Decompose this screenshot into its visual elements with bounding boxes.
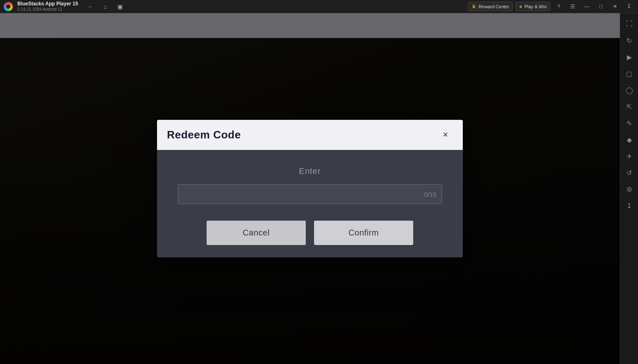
app-logo: [2, 0, 15, 13]
code-input[interactable]: [178, 184, 442, 204]
maximize-button[interactable]: □: [595, 1, 607, 12]
enter-label: Enter: [178, 167, 442, 176]
modal-overlay: Redeem Code × Enter 0/15 Cancel Confirm: [0, 13, 620, 364]
reward-center-label: Reward Center: [479, 4, 509, 9]
titlebar-right: ♛ Reward Center ● Play & Win ? ☰ — □ ✕ ↧: [468, 1, 635, 12]
titlebar: BlueStacks App Player 15 5.14.21.1004 An…: [0, 0, 638, 13]
fullscreen-icon[interactable]: ⛶: [622, 17, 637, 31]
help-button[interactable]: ?: [553, 1, 564, 12]
camera-icon[interactable]: ◯: [622, 83, 637, 98]
minimize-button[interactable]: —: [581, 1, 593, 12]
main-area: Redeem Code × Enter 0/15 Cancel Confirm: [0, 13, 620, 364]
cancel-button[interactable]: Cancel: [207, 221, 306, 245]
modal-header: Redeem Code ×: [157, 120, 463, 150]
play-icon: ●: [519, 3, 522, 10]
close-button[interactable]: ✕: [609, 1, 621, 12]
modal-body: Enter 0/15 Cancel Confirm: [157, 150, 463, 257]
rotate-icon[interactable]: ↻: [622, 33, 637, 48]
volume-icon[interactable]: ▶: [622, 50, 637, 64]
expand-icon[interactable]: ↧: [622, 198, 637, 213]
nav-buttons: ← ⌂ ▣: [85, 1, 126, 12]
play-win-label: Play & Win: [524, 4, 547, 9]
screenshot-icon[interactable]: ▢: [622, 66, 637, 81]
app-version: 5.14.21.1004 Android 11: [17, 7, 78, 12]
map-icon[interactable]: ✈: [622, 149, 637, 164]
pin-button[interactable]: ↧: [623, 1, 635, 12]
crown-icon: ♛: [471, 3, 476, 10]
resize-icon[interactable]: ⇱: [622, 99, 637, 114]
app-name: BlueStacks App Player 15: [17, 1, 78, 7]
input-counter: 0/15: [424, 191, 436, 198]
copy-button[interactable]: ▣: [114, 1, 126, 12]
redeem-code-modal: Redeem Code × Enter 0/15 Cancel Confirm: [157, 120, 463, 257]
confirm-button[interactable]: Confirm: [314, 221, 413, 245]
home-button[interactable]: ⌂: [100, 1, 111, 12]
settings-icon[interactable]: ⚙: [622, 182, 637, 197]
modal-buttons: Cancel Confirm: [178, 221, 442, 245]
play-win-button[interactable]: ● Play & Win: [515, 2, 550, 11]
menu-button[interactable]: ☰: [567, 1, 578, 12]
reward-center-button[interactable]: ♛ Reward Center: [468, 2, 513, 11]
code-input-wrapper: 0/15: [178, 184, 442, 204]
back-button[interactable]: ←: [85, 1, 96, 12]
app-name-block: BlueStacks App Player 15 5.14.21.1004 An…: [17, 1, 78, 11]
right-sidebar: ⛶ ↻ ▶ ▢ ◯ ⇱ ✎ ◆ ✈ ↺ ⚙ ↧: [620, 13, 638, 364]
modal-close-button[interactable]: ×: [438, 127, 453, 142]
refresh-icon[interactable]: ↺: [622, 165, 637, 180]
eraser-icon[interactable]: ◆: [622, 132, 637, 147]
modal-title: Redeem Code: [167, 128, 241, 141]
edit-icon[interactable]: ✎: [622, 116, 637, 131]
